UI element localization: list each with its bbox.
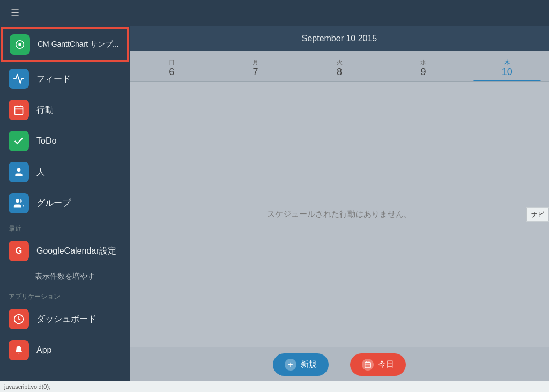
sidebar-item-groups[interactable]: グループ [0, 188, 130, 219]
calendar-day-7[interactable]: 月 7 [213, 58, 297, 81]
day-label-9: 水 [420, 58, 426, 66]
sidebar: CM GanttChart サンプ... フィード 行動 [0, 26, 130, 381]
gcal-icon: G [9, 241, 29, 261]
new-icon: + [285, 359, 296, 371]
today-button[interactable]: 今日 [350, 353, 406, 376]
app-title-label: CM GanttChart サンプ... [38, 40, 119, 49]
svg-rect-2 [15, 106, 23, 114]
dashboard-icon [9, 309, 29, 329]
show-more-button[interactable]: 表示件数を増やす [0, 267, 130, 287]
main-container: CM GanttChart サンプ... フィード 行動 [0, 26, 549, 381]
day-label-7: 月 [253, 58, 258, 66]
new-label: 新規 [301, 359, 317, 369]
groups-icon [9, 193, 29, 213]
svg-point-7 [16, 199, 19, 203]
sidebar-item-todo-label: ToDo [36, 136, 56, 146]
sidebar-item-gcal-label: GoogleCalendar設定 [36, 246, 116, 257]
calendar-day-8[interactable]: 火 8 [298, 58, 381, 81]
feed-icon [9, 69, 29, 89]
calendar-day-10[interactable]: 木 10 [465, 58, 549, 81]
svg-point-1 [18, 43, 21, 46]
sidebar-item-people-label: 人 [36, 167, 45, 178]
today-icon [362, 359, 374, 371]
calendar-day-9[interactable]: 水 9 [381, 58, 465, 81]
section-recent-label: 最近 [0, 219, 130, 235]
sidebar-item-app[interactable]: App [0, 335, 130, 366]
todo-icon [9, 131, 29, 151]
day-number-8: 8 [337, 66, 342, 78]
sidebar-item-actions[interactable]: 行動 [0, 94, 130, 125]
app-title-icon [10, 34, 30, 55]
bottom-bar: + 新規 今日 [130, 347, 549, 381]
calendar-header: 日 6 月 7 火 8 水 9 木 10 [130, 51, 549, 82]
sidebar-item-todo[interactable]: ToDo [0, 125, 130, 157]
new-button[interactable]: + 新規 [273, 353, 329, 376]
app-icon [9, 340, 29, 360]
sidebar-item-feed[interactable]: フィード [0, 63, 130, 94]
navi-button[interactable]: ナビ [526, 207, 549, 221]
calendar-day-6[interactable]: 日 6 [130, 58, 213, 81]
svg-point-6 [17, 168, 21, 172]
sidebar-item-groups-label: グループ [36, 198, 71, 209]
actions-icon [9, 100, 29, 120]
day-label-6: 日 [169, 58, 175, 66]
content-header: September 10 2015 [130, 26, 549, 51]
day-number-6: 6 [169, 66, 174, 78]
sidebar-item-people[interactable]: 人 [0, 157, 130, 188]
sidebar-item-app-label: App [36, 345, 51, 355]
content-area: September 10 2015 日 6 月 7 火 8 水 9 木 10 [130, 26, 549, 381]
sidebar-item-actions-label: 行動 [36, 105, 54, 116]
sidebar-item-gcal[interactable]: G GoogleCalendar設定 [0, 235, 130, 267]
day-label-8: 火 [337, 58, 343, 66]
sidebar-item-app-title[interactable]: CM GanttChart サンプ... [2, 28, 128, 61]
today-label: 今日 [378, 359, 394, 369]
day-number-9: 9 [420, 66, 426, 78]
people-icon [9, 162, 29, 182]
sidebar-item-dashboard-label: ダッシュボード [36, 314, 97, 325]
svg-rect-9 [365, 362, 371, 368]
section-apps-label: アプリケーション [0, 287, 130, 304]
status-bar: javascript:void(0); [0, 381, 549, 392]
content-header-title: September 10 2015 [302, 34, 377, 43]
sidebar-item-feed-label: フィード [36, 73, 71, 85]
day-number-7: 7 [253, 66, 258, 78]
top-bar: ☰ [0, 0, 549, 26]
hamburger-button[interactable]: ☰ [6, 5, 24, 21]
no-events-text: スケジュールされた行動はありません。 [267, 209, 412, 219]
status-text: javascript:void(0); [4, 383, 50, 390]
day-label-10: 木 [504, 58, 510, 66]
sidebar-item-dashboard[interactable]: ダッシュボード [0, 304, 130, 335]
day-number-10: 10 [502, 66, 513, 78]
calendar-body: スケジュールされた行動はありません。 ナビ [130, 82, 549, 347]
